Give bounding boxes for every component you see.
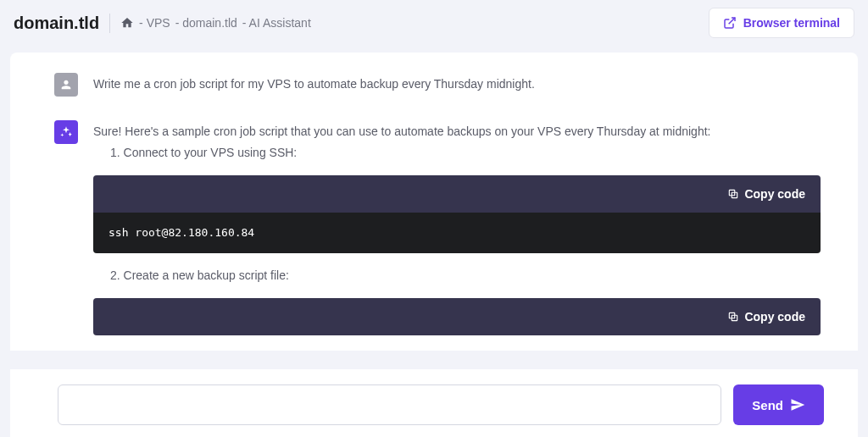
breadcrumb-domain[interactable]: - domain.tld xyxy=(175,16,237,30)
copy-icon xyxy=(727,311,739,323)
send-button[interactable]: Send xyxy=(733,384,824,425)
browser-terminal-button[interactable]: Browser terminal xyxy=(709,8,854,38)
code-block-1: Copy code ssh root@82.180.160.84 xyxy=(93,175,821,253)
assistant-avatar xyxy=(54,120,78,144)
copy-code-label: Copy code xyxy=(744,187,805,201)
svg-line-0 xyxy=(728,18,734,24)
input-area: Send xyxy=(10,368,858,437)
breadcrumb-vps[interactable]: - VPS xyxy=(139,16,170,30)
code-header: Copy code xyxy=(93,175,821,213)
breadcrumb: - VPS - domain.tld - AI Assistant xyxy=(120,16,311,30)
user-message-text: Write me a cron job script for my VPS to… xyxy=(93,73,821,93)
assistant-step-1: 1. Connect to your VPS using SSH: xyxy=(110,144,821,162)
external-link-icon xyxy=(723,16,737,30)
breadcrumb-current: - AI Assistant xyxy=(242,16,311,30)
code-block-2: Copy code xyxy=(93,298,821,335)
header-left: domain.tld - VPS - domain.tld - AI Assis… xyxy=(14,14,311,33)
assistant-intro: Sure! Here's a sample cron job script th… xyxy=(93,123,821,141)
page-title: domain.tld xyxy=(14,14,110,33)
home-icon[interactable] xyxy=(120,16,134,30)
chat-container[interactable]: Write me a cron job script for my VPS to… xyxy=(10,53,858,351)
code-header: Copy code xyxy=(93,298,821,335)
copy-code-label: Copy code xyxy=(744,310,805,324)
send-icon xyxy=(790,397,805,412)
chat-input[interactable] xyxy=(58,384,721,425)
assistant-step-2: 2. Create a new backup script file: xyxy=(110,267,821,285)
code-content-1: ssh root@82.180.160.84 xyxy=(93,213,821,253)
copy-icon xyxy=(727,188,739,200)
person-icon xyxy=(59,78,73,91)
user-avatar xyxy=(54,73,78,97)
user-message-row: Write me a cron job script for my VPS to… xyxy=(54,73,821,97)
header: domain.tld - VPS - domain.tld - AI Assis… xyxy=(0,0,868,46)
send-label: Send xyxy=(752,398,783,412)
copy-code-button[interactable]: Copy code xyxy=(727,310,805,324)
browser-terminal-label: Browser terminal xyxy=(743,16,840,30)
assistant-message-content: Sure! Here's a sample cron job script th… xyxy=(93,120,821,335)
sparkle-icon xyxy=(59,125,73,139)
copy-code-button[interactable]: Copy code xyxy=(727,187,805,201)
assistant-message-row: Sure! Here's a sample cron job script th… xyxy=(54,120,821,335)
